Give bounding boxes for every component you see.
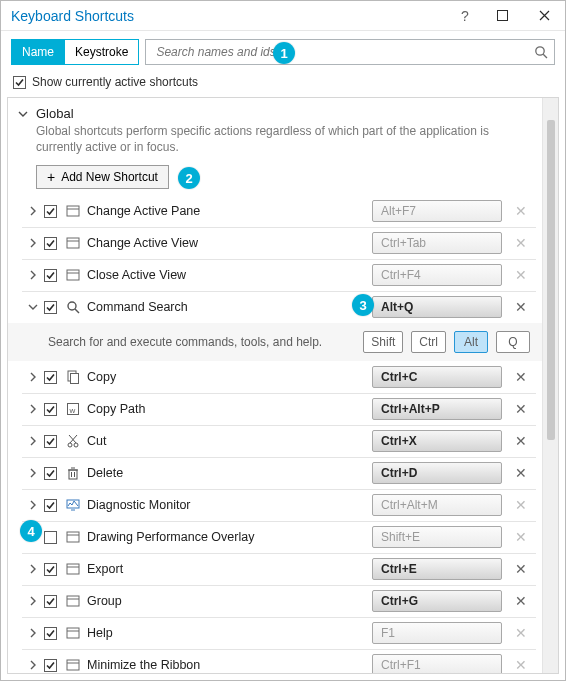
- shortcut-keystroke[interactable]: Alt+Q: [372, 296, 502, 318]
- window-icon: [65, 657, 81, 673]
- copy-icon: [65, 369, 81, 385]
- remove-shortcut-button: ✕: [510, 235, 532, 251]
- expand-toggle[interactable]: [26, 404, 40, 414]
- shortcut-keystroke[interactable]: Ctrl+E: [372, 558, 502, 580]
- shortcut-name: Diagnostic Monitor: [87, 498, 372, 512]
- svg-rect-5: [67, 238, 79, 248]
- shortcut-row: DeleteCtrl+D✕: [8, 457, 542, 489]
- shortcut-keystroke[interactable]: Ctrl+Alt+M: [372, 494, 502, 516]
- expand-toggle[interactable]: [26, 596, 40, 606]
- expand-toggle[interactable]: [26, 436, 40, 446]
- remove-shortcut-button[interactable]: ✕: [510, 561, 532, 577]
- shortcut-keystroke[interactable]: Ctrl+F1: [372, 654, 502, 673]
- svg-text:w: w: [69, 406, 76, 415]
- callout-1: 1: [273, 42, 295, 64]
- row-checkbox[interactable]: [44, 435, 57, 448]
- help-button[interactable]: ?: [449, 1, 481, 31]
- shortcut-row: ExportCtrl+E✕: [8, 553, 542, 585]
- expand-toggle[interactable]: [26, 500, 40, 510]
- expand-toggle[interactable]: [26, 270, 40, 280]
- row-checkbox[interactable]: [44, 563, 57, 576]
- section-title: Global: [36, 106, 74, 121]
- row-checkbox[interactable]: [44, 467, 57, 480]
- shortcut-name: Copy Path: [87, 402, 372, 416]
- remove-shortcut-button[interactable]: ✕: [510, 465, 532, 481]
- show-active-checkbox[interactable]: [13, 76, 26, 89]
- scrollbar-thumb[interactable]: [547, 120, 555, 440]
- tab-keystroke[interactable]: Keystroke: [64, 40, 138, 64]
- shortcut-keystroke[interactable]: Ctrl+Tab: [372, 232, 502, 254]
- search-icon[interactable]: [534, 45, 548, 59]
- shortcut-keystroke[interactable]: Ctrl+G: [372, 590, 502, 612]
- add-shortcut-button[interactable]: + Add New Shortcut: [36, 165, 169, 189]
- expand-toggle[interactable]: [26, 372, 40, 382]
- cut-icon: [65, 433, 81, 449]
- shortcut-keystroke[interactable]: Ctrl+D: [372, 462, 502, 484]
- remove-shortcut-button[interactable]: ✕: [510, 433, 532, 449]
- svg-rect-0: [497, 11, 507, 21]
- shortcut-name: Close Active View: [87, 268, 372, 282]
- search-icon: [65, 299, 81, 315]
- remove-shortcut-button: ✕: [510, 657, 532, 673]
- row-checkbox[interactable]: [44, 531, 57, 544]
- tab-name[interactable]: Name: [12, 40, 64, 64]
- row-checkbox[interactable]: [44, 659, 57, 672]
- row-checkbox[interactable]: [44, 301, 57, 314]
- shortcut-name: Delete: [87, 466, 372, 480]
- shortcut-name: Change Active View: [87, 236, 372, 250]
- section-header[interactable]: Global: [8, 104, 542, 121]
- shortcut-keystroke[interactable]: Ctrl+Alt+P: [372, 398, 502, 420]
- scrollbar[interactable]: [542, 98, 558, 673]
- shortcut-keystroke[interactable]: Shift+E: [372, 526, 502, 548]
- svg-rect-34: [67, 660, 79, 670]
- search-input[interactable]: [154, 44, 534, 60]
- callout-4: 4: [20, 520, 42, 542]
- expand-toggle[interactable]: [26, 206, 40, 216]
- remove-shortcut-button[interactable]: ✕: [510, 401, 532, 417]
- modifier-ctrl[interactable]: Ctrl: [411, 331, 446, 353]
- expand-toggle[interactable]: [26, 468, 40, 478]
- row-checkbox[interactable]: [44, 627, 57, 640]
- svg-rect-32: [67, 628, 79, 638]
- shortcut-row: Change Active ViewCtrl+Tab✕: [8, 227, 542, 259]
- row-checkbox[interactable]: [44, 205, 57, 218]
- row-checkbox[interactable]: [44, 595, 57, 608]
- remove-shortcut-button[interactable]: ✕: [510, 299, 532, 315]
- expand-toggle[interactable]: [26, 564, 40, 574]
- row-checkbox[interactable]: [44, 499, 57, 512]
- shortcut-row: Close Active ViewCtrl+F4✕: [8, 259, 542, 291]
- modifier-alt[interactable]: Alt: [454, 331, 488, 353]
- remove-shortcut-button: ✕: [510, 267, 532, 283]
- monitor-icon: [65, 497, 81, 513]
- expand-toggle[interactable]: [26, 660, 40, 670]
- expand-toggle[interactable]: [26, 238, 40, 248]
- row-checkbox[interactable]: [44, 237, 57, 250]
- shortcut-keystroke[interactable]: Ctrl+F4: [372, 264, 502, 286]
- close-button[interactable]: [523, 1, 565, 31]
- window-icon: [65, 593, 81, 609]
- maximize-button[interactable]: [481, 1, 523, 31]
- plus-icon: +: [47, 170, 55, 184]
- expand-toggle[interactable]: [26, 303, 40, 311]
- remove-shortcut-button[interactable]: ✕: [510, 369, 532, 385]
- svg-rect-3: [67, 206, 79, 216]
- shortcut-keystroke[interactable]: F1: [372, 622, 502, 644]
- modifier-shift[interactable]: Shift: [363, 331, 403, 353]
- shortcut-row: GroupCtrl+G✕: [8, 585, 542, 617]
- shortcut-rows: Change Active PaneAlt+F7✕Change Active V…: [8, 195, 542, 673]
- remove-shortcut-button[interactable]: ✕: [510, 593, 532, 609]
- svg-rect-19: [69, 470, 77, 479]
- row-checkbox[interactable]: [44, 371, 57, 384]
- row-checkbox[interactable]: [44, 269, 57, 282]
- checkmark-icon: [14, 77, 25, 88]
- expand-toggle[interactable]: [26, 628, 40, 638]
- shortcut-row: HelpF1✕: [8, 617, 542, 649]
- key-letter[interactable]: Q: [496, 331, 530, 353]
- shortcut-row: CutCtrl+X✕: [8, 425, 542, 457]
- shortcut-keystroke[interactable]: Alt+F7: [372, 200, 502, 222]
- row-checkbox[interactable]: [44, 403, 57, 416]
- window-icon: [65, 529, 81, 545]
- shortcut-keystroke[interactable]: Ctrl+X: [372, 430, 502, 452]
- shortcut-keystroke[interactable]: Ctrl+C: [372, 366, 502, 388]
- shortcut-row: Minimize the RibbonCtrl+F1✕: [8, 649, 542, 673]
